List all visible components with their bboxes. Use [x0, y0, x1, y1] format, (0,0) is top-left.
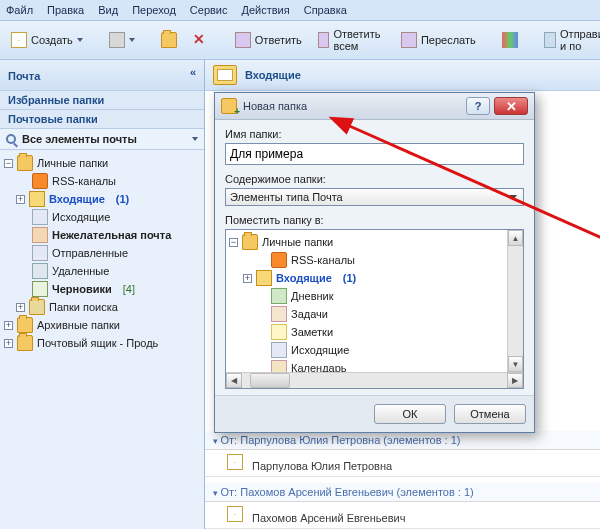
send-receive-label: Отправить и по — [560, 28, 600, 52]
delete-button[interactable]: ✕ — [188, 29, 214, 51]
categorize-icon — [502, 32, 518, 48]
print-button[interactable] — [104, 29, 140, 51]
scroll-down-button[interactable]: ▼ — [508, 356, 523, 372]
tree-label: Исходящие — [52, 211, 110, 223]
tree-count: [4] — [123, 283, 135, 295]
folder-icon — [161, 32, 177, 48]
tree-label: Исходящие — [291, 344, 349, 356]
menu-goto[interactable]: Переход — [132, 4, 176, 16]
folder-icon — [17, 317, 33, 333]
message-group-header[interactable]: ▾ От: Парпулова Юлия Петровна (элементов… — [205, 431, 600, 450]
sidebar-item-search[interactable]: +Папки поиска — [2, 298, 202, 316]
message-group-header[interactable]: ▾ От: Пахомов Арсений Евгеньевич (элемен… — [205, 483, 600, 502]
tree-label: Входящие — [276, 272, 332, 284]
mail-icon — [227, 454, 243, 470]
tree-item-journal[interactable]: Дневник — [229, 287, 520, 305]
categorize-button[interactable] — [497, 29, 523, 51]
send-receive-icon — [544, 32, 556, 48]
mailfolders-header[interactable]: Почтовые папки — [0, 110, 204, 129]
sender-name: Парпулова Юлия Петровна — [252, 460, 392, 472]
move-button[interactable] — [156, 29, 182, 51]
location-tree: −Личные папки RSS-каналы +Входящие (1) Д… — [225, 229, 524, 389]
outbox-icon — [32, 209, 48, 225]
tree-item-outbox[interactable]: Исходящие — [229, 341, 520, 359]
search-icon — [6, 134, 16, 144]
tree-label: Заметки — [291, 326, 333, 338]
journal-icon — [271, 288, 287, 304]
scroll-left-button[interactable]: ◀ — [226, 373, 242, 388]
expand-icon[interactable]: + — [243, 274, 252, 283]
scroll-right-button[interactable]: ▶ — [507, 373, 523, 388]
dialog-titlebar[interactable]: Новая папка ? ✕ — [215, 93, 534, 120]
close-button[interactable]: ✕ — [494, 97, 528, 115]
sidebar-item-outbox[interactable]: Исходящие — [2, 208, 202, 226]
help-button[interactable]: ? — [466, 97, 490, 115]
group-label: От: Пахомов Арсений Евгеньевич (элементо… — [221, 486, 474, 498]
create-button[interactable]: Создать — [6, 29, 88, 51]
new-folder-icon — [221, 98, 237, 114]
scrollbar-vertical[interactable]: ▲ ▼ — [507, 230, 523, 372]
content-type-select[interactable]: Элементы типа Почта — [225, 188, 524, 206]
forward-button[interactable]: Переслать — [396, 29, 481, 51]
tree-label: Задачи — [291, 308, 328, 320]
sidebar-item-rss[interactable]: RSS-каналы — [2, 172, 202, 190]
expand-icon[interactable]: + — [16, 303, 25, 312]
cancel-button[interactable]: Отмена — [454, 404, 526, 424]
sidebar-item-deleted[interactable]: Удаленные — [2, 262, 202, 280]
sidebar-item-mailbox[interactable]: +Почтовый ящик - Продь — [2, 334, 202, 352]
all-items-row[interactable]: Все элементы почты — [0, 129, 204, 150]
tree-label: Архивные папки — [37, 319, 120, 331]
inbox-icon — [256, 270, 272, 286]
menu-help[interactable]: Справка — [304, 4, 347, 16]
expand-icon[interactable]: + — [16, 195, 25, 204]
message-row[interactable]: Пахомов Арсений Евгеньевич — [205, 502, 600, 529]
folder-name-input[interactable] — [225, 143, 524, 165]
rss-icon — [32, 173, 48, 189]
favorites-header[interactable]: Избранные папки — [0, 91, 204, 110]
collapse-icon[interactable]: − — [4, 159, 13, 168]
menu-edit[interactable]: Правка — [47, 4, 84, 16]
reply-label: Ответить — [255, 34, 302, 46]
send-receive-button[interactable]: Отправить и по — [539, 25, 600, 55]
scroll-thumb[interactable] — [250, 373, 290, 388]
tree-label: Почтовый ящик - Продь — [37, 337, 158, 349]
sidebar-item-sent[interactable]: Отправленные — [2, 244, 202, 262]
tree-root[interactable]: −Личные папки — [2, 154, 202, 172]
inbox-icon — [29, 191, 45, 207]
toolbar: Создать ✕ Ответить Ответить всем Пересла… — [0, 21, 600, 60]
folder-icon — [17, 335, 33, 351]
sidebar-item-drafts[interactable]: Черновики [4] — [2, 280, 202, 298]
menu-view[interactable]: Вид — [98, 4, 118, 16]
expand-icon[interactable]: + — [4, 321, 13, 330]
reply-button[interactable]: Ответить — [230, 29, 307, 51]
sidebar-item-archive[interactable]: +Архивные папки — [2, 316, 202, 334]
menu-tools[interactable]: Сервис — [190, 4, 228, 16]
scroll-up-button[interactable]: ▲ — [508, 230, 523, 246]
menu-actions[interactable]: Действия — [242, 4, 290, 16]
tree-label: Входящие — [49, 193, 105, 205]
tree-item-notes[interactable]: Заметки — [229, 323, 520, 341]
message-row[interactable]: Парпулова Юлия Петровна — [205, 450, 600, 477]
collapse-icon[interactable]: − — [229, 238, 238, 247]
name-label: Имя папки: — [225, 128, 524, 140]
folder-tree: −Личные папки RSS-каналы +Входящие (1) И… — [0, 150, 204, 529]
tree-item-rss[interactable]: RSS-каналы — [229, 251, 520, 269]
folder-icon — [17, 155, 33, 171]
menu-file[interactable]: Файл — [6, 4, 33, 16]
tree-label: RSS-каналы — [52, 175, 116, 187]
tree-root[interactable]: −Личные папки — [229, 233, 520, 251]
expand-icon[interactable]: + — [4, 339, 13, 348]
reply-all-label: Ответить всем — [333, 28, 384, 52]
reply-all-button[interactable]: Ответить всем — [313, 25, 390, 55]
scrollbar-horizontal[interactable]: ◀ ▶ — [226, 372, 523, 388]
sidebar-item-junk[interactable]: Нежелательная почта — [2, 226, 202, 244]
mail-icon — [11, 32, 27, 48]
tree-item-tasks[interactable]: Задачи — [229, 305, 520, 323]
tree-item-inbox[interactable]: +Входящие (1) — [229, 269, 520, 287]
print-icon — [109, 32, 125, 48]
sidebar-item-inbox[interactable]: +Входящие (1) — [2, 190, 202, 208]
content-type-value: Элементы типа Почта — [230, 191, 343, 203]
chevron-down-icon — [129, 38, 135, 42]
sidebar: Почта « Избранные папки Почтовые папки В… — [0, 60, 205, 529]
ok-button[interactable]: ОК — [374, 404, 446, 424]
